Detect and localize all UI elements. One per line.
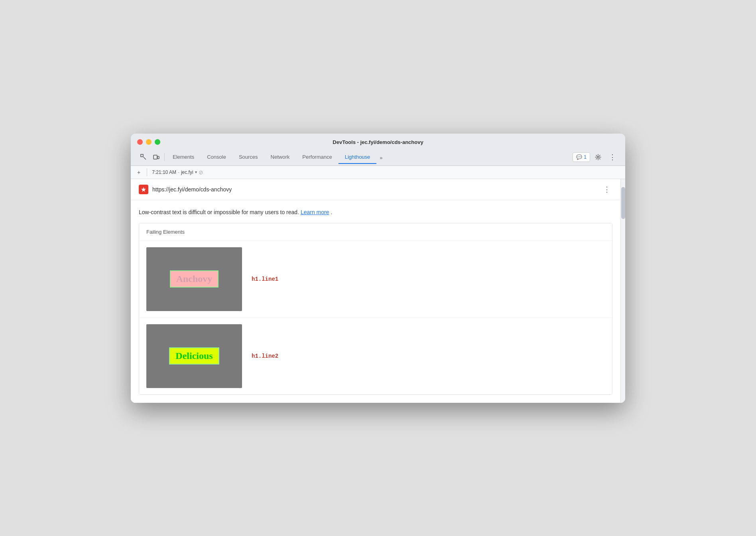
content-area: Low-contrast text is difficult or imposs… <box>131 200 620 403</box>
toolbar-right: 💬 1 ⋮ <box>573 151 619 164</box>
close-button[interactable] <box>137 139 143 145</box>
maximize-button[interactable] <box>155 139 160 145</box>
tabs: Elements Console Sources Network Perform… <box>166 151 573 164</box>
window-controls <box>137 139 160 145</box>
more-tools-button[interactable]: ⋮ <box>606 151 619 164</box>
inspect-element-button[interactable] <box>137 151 150 164</box>
lighthouse-icon <box>139 185 148 194</box>
preview-text-anchovy: Anchovy <box>170 270 219 288</box>
list-item: Anchovy h1.line1 <box>139 241 612 318</box>
notification-button[interactable]: 💬 1 <box>573 152 590 162</box>
main-content: https://jec.fyi/demo/cds-anchovy ⋮ Low-c… <box>131 179 625 403</box>
no-entry-icon: ⊘ <box>199 169 203 175</box>
panel-more-button[interactable]: ⋮ <box>601 184 612 195</box>
window-title: DevTools - jec.fyi/demo/cds-anchovy <box>333 139 423 145</box>
svg-rect-0 <box>141 154 143 157</box>
list-item: Delicious h1.line2 <box>139 318 612 394</box>
secondary-toolbar: + 7:21:10 AM - jec.fyi ▾ ⊘ <box>131 166 625 179</box>
failing-elements-header: Failing Elements <box>139 223 612 241</box>
secondary-divider <box>147 168 147 176</box>
element-preview-delicious: Delicious <box>146 324 242 388</box>
panel-url-text: https://jec.fyi/demo/cds-anchovy <box>152 186 232 193</box>
dropdown-icon[interactable]: ▾ <box>195 170 197 174</box>
svg-rect-2 <box>158 156 159 159</box>
tab-performance[interactable]: Performance <box>296 151 338 164</box>
svg-rect-1 <box>154 155 157 159</box>
scrollbar-track[interactable] <box>620 179 625 403</box>
add-icon: + <box>137 169 140 175</box>
domain-display: jec.fyi <box>181 169 193 175</box>
url-separator: - <box>178 169 179 175</box>
learn-more-link[interactable]: Learn more <box>301 209 329 215</box>
panel-url-bar: https://jec.fyi/demo/cds-anchovy ⋮ <box>131 179 620 200</box>
url-display: 7:21:10 AM - jec.fyi ▾ ⊘ <box>152 169 203 175</box>
element-selector-1[interactable]: h1.line1 <box>252 276 278 282</box>
svg-marker-4 <box>141 187 146 192</box>
tab-console[interactable]: Console <box>201 151 232 164</box>
toolbar: Elements Console Sources Network Perform… <box>137 149 619 166</box>
tab-overflow[interactable]: » <box>376 152 386 164</box>
more-tools-icon: ⋮ <box>609 153 616 162</box>
element-preview-anchovy: Anchovy <box>146 247 242 311</box>
tab-sources[interactable]: Sources <box>232 151 264 164</box>
notification-count: 1 <box>584 154 587 160</box>
title-bar: DevTools - jec.fyi/demo/cds-anchovy Elem… <box>131 134 625 166</box>
minimize-button[interactable] <box>146 139 152 145</box>
add-tab-button[interactable]: + <box>136 168 142 176</box>
panel-url-left: https://jec.fyi/demo/cds-anchovy <box>139 185 232 194</box>
description-text: Low-contrast text is difficult or imposs… <box>139 208 612 217</box>
element-selector-2[interactable]: h1.line2 <box>252 353 278 359</box>
settings-button[interactable] <box>592 151 604 164</box>
panel-more-icon: ⋮ <box>603 185 610 194</box>
devtools-window: DevTools - jec.fyi/demo/cds-anchovy Elem… <box>131 134 625 403</box>
tab-elements[interactable]: Elements <box>166 151 201 164</box>
preview-text-delicious: Delicious <box>169 347 219 365</box>
tab-lighthouse[interactable]: Lighthouse <box>339 151 377 164</box>
notification-icon: 💬 <box>576 154 582 160</box>
failing-elements-container: Failing Elements Anchovy h1.line1 Delici… <box>139 223 612 395</box>
toolbar-divider <box>164 153 165 161</box>
device-toggle-button[interactable] <box>150 151 163 164</box>
time-display: 7:21:10 AM <box>152 169 176 175</box>
lighthouse-panel: https://jec.fyi/demo/cds-anchovy ⋮ Low-c… <box>131 179 620 403</box>
svg-point-3 <box>597 156 599 158</box>
tab-network[interactable]: Network <box>264 151 296 164</box>
